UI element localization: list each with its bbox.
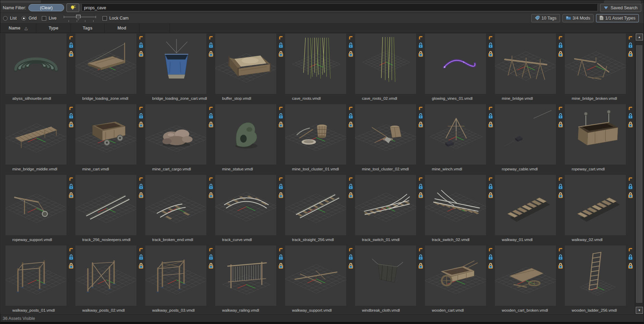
asset-tile[interactable]: mine_cart.vmdl bbox=[75, 104, 145, 175]
asset-status-icons bbox=[556, 245, 565, 306]
asset-tile[interactable]: bridge_loading_zone_cart.vmdl bbox=[145, 34, 215, 104]
asset-tile[interactable]: wooden_cart.vmdl bbox=[425, 245, 495, 314]
column-header-tags[interactable]: Tags bbox=[71, 24, 105, 33]
asset-tile-body bbox=[425, 175, 495, 235]
saved-search-button[interactable]: Saved Search bbox=[600, 4, 641, 12]
lock-highlighted-icon bbox=[138, 263, 144, 270]
asset-tile-body bbox=[5, 104, 75, 165]
lock-icon bbox=[138, 42, 144, 50]
live-checkbox[interactable] bbox=[42, 16, 46, 21]
assets-visible-count: 36 Assets Visible bbox=[3, 316, 35, 321]
list-view-label: List bbox=[10, 16, 16, 21]
asset-thumbnail bbox=[285, 175, 346, 235]
lock-highlighted-icon bbox=[138, 121, 144, 129]
scrollbar-thumb[interactable] bbox=[636, 45, 642, 303]
asset-tile[interactable]: mine_tool_cluster_01.vmdl bbox=[285, 104, 355, 175]
asset-tile[interactable]: ropeway_cable.vmdl bbox=[495, 104, 565, 175]
asset-tile[interactable]: walkway_01.vmdl bbox=[495, 175, 565, 245]
asset-name-label: track_broken_end.vmdl bbox=[145, 235, 215, 242]
asset-name-label: mine_bridge.vmdl bbox=[495, 94, 565, 100]
lock-cam-checkbox[interactable] bbox=[102, 16, 107, 21]
asset-tile[interactable]: track_switch_02.vmdl bbox=[425, 175, 495, 245]
asset-name-label: mine_statue.vmdl bbox=[215, 165, 285, 171]
lock-highlighted-icon bbox=[69, 263, 74, 270]
mods-filter-button[interactable]: 3/4 Mods bbox=[562, 14, 594, 22]
tags-filter-button[interactable]: 10 Tags bbox=[531, 14, 560, 22]
asset-tile[interactable]: walkway_posts_02.vmdl bbox=[75, 245, 145, 314]
lock-highlighted-icon bbox=[418, 121, 423, 129]
asset-tile[interactable]: mine_bridge_broken.vmdl bbox=[565, 34, 635, 104]
asset-status-icons bbox=[206, 34, 215, 94]
asset-tile[interactable]: walkway_support.vmdl bbox=[285, 245, 355, 314]
asset-tile[interactable]: track_256_nosleepers.vmdl bbox=[75, 175, 145, 245]
slider-handle[interactable] bbox=[76, 15, 81, 20]
asset-tile-body bbox=[5, 34, 75, 94]
asset-tile[interactable]: windbreak_cloth.vmdl bbox=[355, 245, 425, 314]
lock-icon bbox=[69, 254, 74, 262]
asset-tile[interactable]: bridge_loading_zone.vmdl bbox=[75, 34, 145, 104]
asset-tile-body bbox=[75, 245, 145, 306]
asset-thumbnail bbox=[5, 245, 66, 306]
saved-search-label: Saved Search bbox=[610, 5, 637, 10]
name-filter-input[interactable] bbox=[82, 4, 598, 11]
tag-icon bbox=[535, 15, 540, 21]
clear-filter-button[interactable]: (Clear) bbox=[28, 4, 64, 11]
asset-status-icons bbox=[346, 34, 355, 94]
vertical-scrollbar[interactable]: ▲ ▼ bbox=[635, 33, 644, 314]
live-label: Live bbox=[49, 16, 57, 21]
asset-tile[interactable]: wooden_cart_broken.vmdl bbox=[495, 245, 565, 314]
asset-tile[interactable]: mine_tool_cluster_02.vmdl bbox=[355, 104, 425, 175]
asset-tile[interactable]: cave_roots.vmdl bbox=[285, 34, 355, 104]
lock-highlighted-icon bbox=[418, 263, 423, 270]
asset-tile[interactable]: mine_bridge.vmdl bbox=[495, 34, 565, 104]
asset-tile[interactable]: track_curve.vmdl bbox=[215, 175, 285, 245]
asset-tile[interactable]: track_broken_end.vmdl bbox=[145, 175, 215, 245]
bookmark-corner-icon bbox=[139, 35, 143, 41]
scroll-up-button[interactable]: ▲ bbox=[636, 34, 643, 40]
asset-tile[interactable]: mine_statue.vmdl bbox=[215, 104, 285, 175]
asset-status-icons bbox=[136, 245, 145, 306]
asset-tile[interactable]: mine_cart_cargo.vmdl bbox=[145, 104, 215, 175]
asset-tile[interactable]: walkway_02.vmdl bbox=[565, 175, 635, 245]
asset-tile[interactable]: mine_winch.vmdl bbox=[425, 104, 495, 175]
asset-tile-body bbox=[75, 34, 145, 94]
asset-status-icons bbox=[276, 104, 285, 165]
lightbulb-icon bbox=[70, 4, 76, 11]
asset-tile[interactable]: wooden_ladder_256.vmdl bbox=[565, 245, 635, 314]
asset-tile[interactable]: walkway_posts_03.vmdl bbox=[145, 245, 215, 314]
asset-status-icons bbox=[416, 245, 425, 306]
asset-tile[interactable]: walkway_posts_01.vmdl bbox=[5, 245, 75, 314]
column-header-name[interactable]: Name △ bbox=[0, 24, 36, 33]
lock-highlighted-icon bbox=[488, 263, 493, 270]
asset-tile[interactable]: buffer_stop.vmdl bbox=[215, 34, 285, 104]
lock-icon bbox=[348, 254, 353, 262]
asset-thumbnail bbox=[75, 175, 136, 235]
highlight-filter-button[interactable] bbox=[66, 3, 79, 12]
lock-icon bbox=[488, 42, 493, 50]
asset-tile[interactable]: track_straight_256.vmdl bbox=[285, 175, 355, 245]
asset-tile[interactable]: mine_bridge_middle.vmdl bbox=[5, 104, 75, 175]
list-view-radio[interactable] bbox=[3, 16, 8, 21]
asset-tile-body bbox=[215, 34, 285, 94]
asset-thumbnail bbox=[145, 104, 206, 165]
asset-tile-body bbox=[495, 245, 565, 306]
asset-tile[interactable]: ropeway_support.vmdl bbox=[5, 175, 75, 245]
asset-tile[interactable]: glowing_vines_01.vmdl bbox=[425, 34, 495, 104]
column-header-type[interactable]: Type bbox=[36, 24, 71, 33]
asset-tile[interactable]: ropeway_cart.vmdl bbox=[565, 104, 635, 175]
bookmark-corner-icon bbox=[628, 106, 633, 112]
column-header-mod[interactable]: Mod bbox=[105, 24, 139, 33]
grid-view-radio[interactable] bbox=[22, 16, 26, 21]
window-bottom-edge bbox=[0, 322, 644, 324]
thumbnail-size-slider[interactable] bbox=[64, 14, 96, 22]
asset-name-label: walkway_posts_01.vmdl bbox=[5, 306, 75, 312]
scroll-down-button[interactable]: ▼ bbox=[636, 307, 643, 314]
asset-tile[interactable]: abyss_silhouette.vmdl bbox=[5, 34, 75, 104]
asset-thumbnail bbox=[75, 34, 136, 94]
asset-types-filter-button[interactable]: 1/1 Asset Types bbox=[596, 14, 639, 22]
asset-name-label: walkway_support.vmdl bbox=[285, 306, 355, 312]
asset-name-label: buffer_stop.vmdl bbox=[215, 94, 285, 100]
asset-tile[interactable]: track_switch_01.vmdl bbox=[355, 175, 425, 245]
asset-tile[interactable]: cave_roots_02.vmdl bbox=[355, 34, 425, 104]
asset-tile[interactable]: walkway_railing.vmdl bbox=[215, 245, 285, 314]
